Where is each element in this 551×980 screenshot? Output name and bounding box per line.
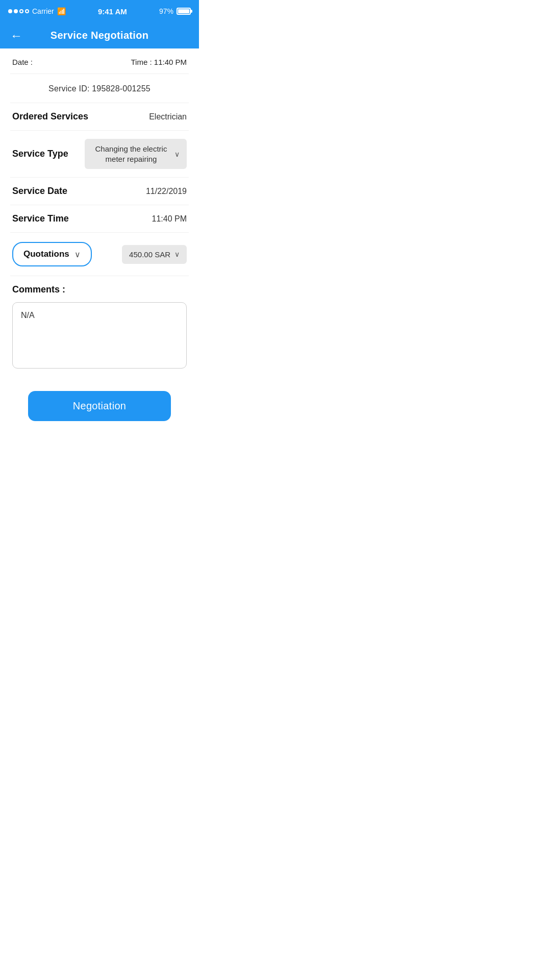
time-value: Time : 11:40 PM bbox=[131, 58, 187, 66]
header-title: Service Negotiation bbox=[51, 30, 148, 41]
service-time-value: 11:40 PM bbox=[152, 214, 187, 224]
battery-fill bbox=[178, 9, 189, 13]
dot-4 bbox=[25, 9, 29, 13]
carrier-label: Carrier bbox=[32, 7, 54, 15]
battery-percent: 97% bbox=[159, 7, 173, 15]
battery-body bbox=[177, 8, 191, 15]
service-type-text: Changing the electric meter repairing bbox=[92, 144, 170, 164]
negotiation-btn-wrapper: Negotiation bbox=[0, 371, 199, 436]
price-dropdown[interactable]: 450.00 SAR ∨ bbox=[122, 245, 187, 264]
ordered-services-row: Ordered Services Electrician bbox=[10, 103, 189, 130]
dot-2 bbox=[14, 9, 18, 13]
battery-icon bbox=[177, 8, 191, 15]
service-date-row: Service Date 11/22/2019 bbox=[10, 177, 189, 205]
quotations-dropdown-button[interactable]: Quotations ∨ bbox=[12, 242, 92, 266]
price-value: 450.00 SAR bbox=[129, 250, 170, 259]
comments-label: Comments : bbox=[12, 284, 187, 295]
service-date-label: Service Date bbox=[12, 186, 67, 197]
quotations-chevron-icon: ∨ bbox=[74, 250, 81, 259]
dot-3 bbox=[19, 9, 23, 13]
ordered-services-label: Ordered Services bbox=[12, 111, 88, 122]
quotations-row: Quotations ∨ 450.00 SAR ∨ bbox=[10, 232, 189, 276]
comments-section: Comments : bbox=[10, 276, 189, 371]
service-id-row: Service ID: 195828-001255 bbox=[10, 74, 189, 103]
price-chevron-icon: ∨ bbox=[174, 250, 180, 258]
service-id-text: Service ID: 195828-001255 bbox=[48, 84, 151, 93]
service-type-row: Service Type Changing the electric meter… bbox=[10, 130, 189, 177]
service-time-label: Service Time bbox=[12, 213, 69, 224]
negotiation-button[interactable]: Negotiation bbox=[28, 391, 171, 421]
date-time-row: Date : Time : 11:40 PM bbox=[10, 48, 189, 74]
status-time: 9:41 AM bbox=[98, 7, 127, 16]
service-type-label: Service Type bbox=[12, 149, 68, 159]
date-label: Date : bbox=[12, 58, 33, 66]
status-right: 97% bbox=[159, 7, 191, 15]
quotations-label: Quotations bbox=[23, 249, 69, 259]
service-type-dropdown[interactable]: Changing the electric meter repairing ∨ bbox=[85, 139, 187, 169]
service-time-row: Service Time 11:40 PM bbox=[10, 205, 189, 232]
status-bar: Carrier 📶 9:41 AM 97% bbox=[0, 0, 199, 22]
ordered-services-value: Electrician bbox=[149, 112, 187, 121]
status-left: Carrier 📶 bbox=[8, 7, 66, 15]
dot-1 bbox=[8, 9, 12, 13]
content: Date : Time : 11:40 PM Service ID: 19582… bbox=[0, 48, 199, 371]
chevron-down-icon: ∨ bbox=[174, 150, 180, 158]
service-date-value: 11/22/2019 bbox=[146, 187, 187, 196]
comments-textarea[interactable] bbox=[12, 302, 187, 369]
back-button[interactable]: ← bbox=[8, 27, 24, 45]
header: ← Service Negotiation bbox=[0, 22, 199, 48]
wifi-icon: 📶 bbox=[57, 7, 66, 15]
signal-dots bbox=[8, 9, 29, 13]
